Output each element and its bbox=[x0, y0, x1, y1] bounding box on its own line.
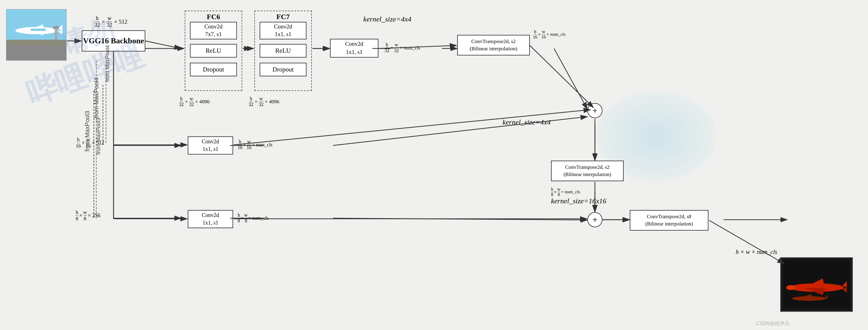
fc6-label: FC6 bbox=[207, 13, 220, 21]
math-h8-256: h 8 × w 8 × 256 bbox=[76, 209, 100, 222]
svg-line-51 bbox=[530, 46, 593, 108]
svg-line-17 bbox=[554, 49, 587, 109]
conv32-block: Conv2d 1x1, s1 bbox=[330, 39, 378, 58]
fc6-container: FC6 Conv2d 7x7, s1 ReLU Dropout bbox=[185, 10, 242, 91]
diagram-container: 请勿 哔哩哔哩 bbox=[0, 0, 868, 330]
math-h16-numcls-mid: h 16 × w 16 × num_cls bbox=[238, 139, 273, 150]
output-image bbox=[780, 257, 853, 312]
kernel-label-mid: kernel_size=4x4 bbox=[503, 118, 551, 126]
svg-rect-0 bbox=[6, 9, 67, 40]
fc7-label: FC7 bbox=[276, 13, 290, 21]
math-h8-numcls-after-ct: h 8 × w 8 × num_cls bbox=[551, 186, 580, 197]
fc7-dropout-block: Dropout bbox=[260, 63, 307, 76]
math-h8-numcls-bot: h 8 × w 8 × num_cls bbox=[238, 212, 269, 224]
conv16-block: Conv2d 1x1, s1 bbox=[188, 136, 233, 155]
vgg-label: VGG16 Backbone bbox=[83, 36, 144, 46]
kernel-label-bot: kernel_size=16x16 bbox=[551, 197, 607, 205]
svg-text:from MaxPool4: from MaxPool4 bbox=[93, 78, 100, 118]
math-hwcls-final: h × w × num_cls bbox=[736, 248, 777, 255]
math-fc6-bottom: h 32 × w 32 × 4096 bbox=[179, 95, 210, 107]
svg-line-12 bbox=[145, 41, 181, 49]
svg-rect-8 bbox=[31, 28, 46, 31]
fc7-container: FC7 Conv2d 1x1, s1 ReLU Dropout bbox=[254, 10, 312, 91]
plus-circle-1: + bbox=[587, 103, 602, 118]
math-h32-numcls: h 32 × w 32 × num_cls bbox=[384, 42, 420, 53]
from-maxpool4-label: from MaxPool4 bbox=[104, 45, 111, 82]
input-image bbox=[6, 9, 67, 61]
conv8-block: Conv2d 1x1, s1 bbox=[188, 210, 233, 228]
fc6-conv-block: Conv2d 7x7, s1 bbox=[190, 22, 237, 39]
vgg-backbone-block: VGG16 Backbone bbox=[82, 30, 145, 52]
svg-line-56 bbox=[234, 110, 590, 145]
conv-transpose-bot-block: ConvTranspose2d, s8 (Bilinear interpolat… bbox=[630, 210, 708, 230]
svg-rect-10 bbox=[53, 26, 59, 29]
plus-circle-2: + bbox=[587, 212, 602, 227]
svg-line-61 bbox=[709, 220, 784, 264]
conv-transpose-mid-block: ConvTranspose2d, s2 (Bilinear interpolat… bbox=[551, 161, 624, 181]
math-h16-numcls-top: h 16 × w 16 × num_cls bbox=[533, 29, 565, 40]
csdn-watermark: CSDN@程序员 bbox=[756, 321, 789, 327]
fc7-conv-block: Conv2d 1x1, s1 bbox=[260, 22, 307, 39]
svg-point-41 bbox=[786, 285, 795, 290]
math-h32-top: h 32 × w 32 × 512 bbox=[94, 15, 127, 28]
conv-transpose-top-block: ConvTranspose2d, s2 (Bilinear interpolat… bbox=[457, 35, 530, 55]
svg-rect-9 bbox=[55, 28, 57, 40]
math-fc7-bottom: h 32 × w 32 × 4096 bbox=[248, 95, 279, 107]
fc6-dropout-block: Dropout bbox=[190, 63, 237, 76]
fc6-relu-block: ReLU bbox=[190, 44, 237, 58]
fc7-relu-block: ReLU bbox=[260, 44, 307, 58]
svg-rect-2 bbox=[6, 46, 67, 61]
svg-line-27 bbox=[333, 218, 587, 220]
kernel-label-top: kernel_size=4x4 bbox=[363, 15, 411, 23]
from-maxpool3-label: from MaxPool3 bbox=[95, 118, 102, 155]
